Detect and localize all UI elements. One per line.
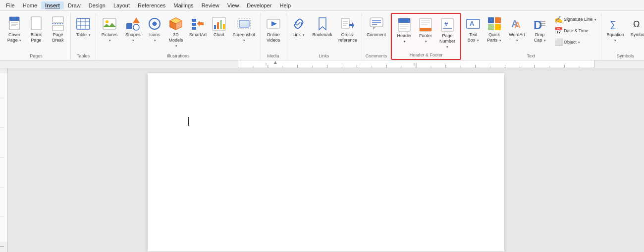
- comment-icon: [369, 16, 384, 32]
- page-number-button[interactable]: # PageNumber ▾: [436, 15, 458, 50]
- cross-reference-icon: [340, 16, 356, 32]
- object-button[interactable]: ⬜ Object ▾: [552, 37, 599, 48]
- symbol-button[interactable]: Ω Symbol: [628, 14, 644, 39]
- menu-draw[interactable]: Draw: [64, 1, 85, 9]
- ribbon-group-tables: Table ▾ Tables: [71, 13, 96, 60]
- blank-page-button[interactable]: BlankPage: [26, 14, 47, 45]
- menu-developer[interactable]: Developer: [243, 1, 275, 9]
- chart-label: Chart: [214, 32, 224, 38]
- bookmark-button[interactable]: Bookmark: [310, 14, 335, 39]
- menu-bar: File Home Insert Draw Design Layout Refe…: [0, 0, 644, 11]
- wordart-icon: AA: [509, 16, 525, 32]
- chart-icon: [211, 16, 227, 32]
- svg-rect-65: [488, 24, 494, 30]
- svg-rect-6: [53, 17, 63, 22]
- quick-parts-icon: [486, 16, 502, 32]
- text-box-button[interactable]: A TextBox ▾: [463, 14, 483, 45]
- equation-button[interactable]: ∑ Equation ▾: [603, 14, 628, 45]
- text-box-label: TextBox ▾: [468, 32, 479, 43]
- ribbon-group-links: Link ▾ Bookmark Cross-reference Links: [286, 13, 363, 60]
- pictures-button[interactable]: Pictures ▾: [98, 14, 121, 45]
- svg-text:D: D: [534, 18, 542, 31]
- page-number-icon: #: [439, 17, 455, 33]
- smartart-button[interactable]: SmartArt: [188, 14, 209, 39]
- svg-rect-9: [77, 18, 90, 29]
- svg-rect-31: [220, 20, 222, 29]
- link-button[interactable]: Link ▾: [288, 14, 309, 39]
- shapes-label: Shapes ▾: [124, 32, 141, 43]
- date-time-label: Date & Time: [564, 28, 589, 33]
- cross-reference-button[interactable]: Cross-reference: [336, 14, 360, 45]
- svg-rect-29: [214, 25, 216, 29]
- table-icon: [75, 16, 91, 32]
- drop-cap-button[interactable]: D DropCap ▾: [530, 14, 550, 45]
- svg-text:A: A: [514, 20, 521, 30]
- svg-rect-34: [239, 20, 249, 27]
- ribbon-group-illustrations: Pictures ▾ Shapes ▾ Icons ▾: [96, 13, 261, 60]
- menu-home[interactable]: Home: [19, 1, 41, 9]
- table-button[interactable]: Table ▾: [73, 14, 94, 39]
- footer-button[interactable]: Footer ▾: [416, 15, 435, 46]
- chart-button[interactable]: Chart: [210, 14, 229, 39]
- illustrations-group-label: Illustrations: [98, 52, 259, 60]
- pictures-label: Pictures ▾: [101, 32, 118, 43]
- signature-line-icon: ✍: [554, 15, 563, 23]
- menu-file[interactable]: File: [2, 1, 19, 9]
- online-videos-icon: [266, 16, 281, 32]
- signature-line-label: Signature Line ▾: [564, 17, 596, 22]
- shapes-button[interactable]: Shapes ▾: [122, 14, 144, 45]
- page-break-label: PageBreak: [52, 32, 64, 43]
- footer-icon: [418, 17, 433, 33]
- svg-rect-43: [370, 18, 383, 27]
- cover-page-button[interactable]: CoverPage ▾: [4, 14, 25, 45]
- icons-icon: [147, 16, 162, 32]
- online-videos-button[interactable]: OnlineVideos: [263, 14, 284, 45]
- signature-line-button[interactable]: ✍ Signature Line ▾: [552, 14, 599, 25]
- svg-rect-25: [192, 23, 196, 26]
- equation-icon: ∑: [607, 16, 623, 32]
- date-time-button[interactable]: 📅 Date & Time: [552, 25, 599, 36]
- svg-point-15: [106, 20, 108, 23]
- svg-rect-30: [217, 22, 219, 29]
- svg-rect-16: [126, 23, 132, 29]
- wordart-button[interactable]: AA WordArt ▾: [505, 14, 529, 45]
- comments-group-label: Comments: [364, 52, 388, 60]
- svg-rect-49: [398, 18, 410, 23]
- menu-view[interactable]: View: [223, 1, 243, 9]
- svg-text:1: 1: [265, 62, 267, 66]
- media-group-label: Media: [263, 52, 284, 60]
- pictures-icon: [102, 16, 117, 32]
- menu-layout[interactable]: Layout: [109, 1, 134, 9]
- svg-rect-26: [192, 27, 196, 30]
- header-button[interactable]: Header ▾: [394, 15, 415, 46]
- vertical-ruler: [0, 68, 8, 252]
- menu-help[interactable]: Help: [276, 1, 295, 9]
- object-icon: ⬜: [554, 38, 563, 46]
- menu-design[interactable]: Design: [85, 1, 109, 9]
- pages-group-label: Pages: [4, 52, 68, 60]
- page-break-button[interactable]: PageBreak: [48, 14, 68, 45]
- wordart-label: WordArt ▾: [508, 32, 527, 43]
- cover-page-icon: [6, 16, 22, 32]
- svg-rect-54: [420, 28, 431, 31]
- svg-marker-17: [133, 17, 140, 23]
- comment-button[interactable]: Comment: [364, 14, 388, 39]
- ribbon-group-media: OnlineVideos Media: [261, 13, 286, 60]
- comment-label: Comment: [367, 32, 386, 38]
- 3d-models-icon: [168, 16, 184, 32]
- menu-mailings[interactable]: Mailings: [169, 1, 197, 9]
- svg-marker-38: [319, 18, 326, 30]
- menu-references[interactable]: References: [134, 1, 169, 9]
- ribbon-group-header-footer: Header ▾ Footer ▾ # PageNumber ▾ Header …: [391, 13, 461, 60]
- online-videos-label: OnlineVideos: [267, 32, 280, 43]
- svg-line-37: [297, 22, 300, 25]
- text-cursor: [188, 117, 189, 126]
- screenshot-button[interactable]: Screenshot ▾: [230, 14, 259, 45]
- menu-insert[interactable]: Insert: [41, 1, 64, 9]
- 3d-models-button[interactable]: 3DModels ▾: [165, 14, 187, 50]
- cross-reference-label: Cross-reference: [338, 32, 357, 43]
- icons-button[interactable]: Icons ▾: [145, 14, 164, 45]
- menu-review[interactable]: Review: [198, 1, 223, 9]
- screenshot-label: Screenshot ▾: [232, 32, 256, 43]
- quick-parts-button[interactable]: QuickParts ▾: [484, 14, 504, 45]
